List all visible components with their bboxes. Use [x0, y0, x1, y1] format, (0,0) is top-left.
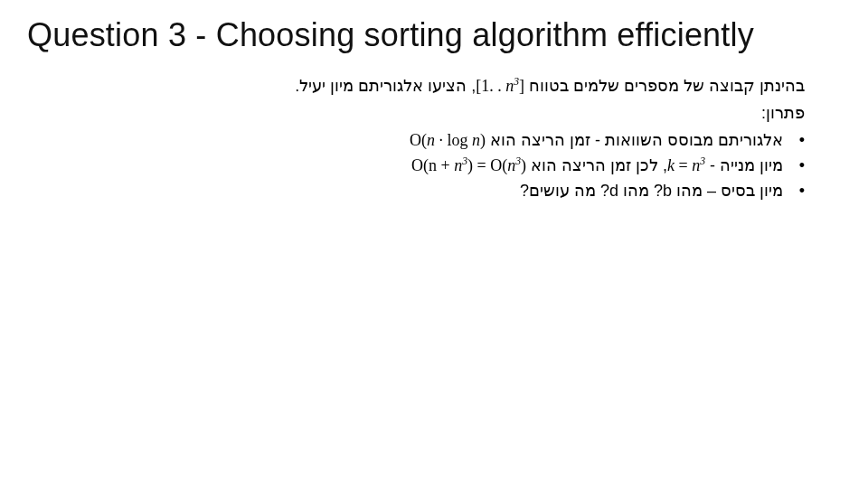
var-n3: n [454, 156, 462, 174]
var-n2: n [692, 156, 700, 174]
bullet-counting-sort: מיון מנייה - k = n3, לכן זמן הריצה הוא O… [63, 154, 805, 179]
problem-post: , הציעו אלגוריתם מיון יעיל. [295, 77, 476, 95]
problem-statement: בהינתן קבוצה של מספרים שלמים בטווח [1. .… [63, 74, 805, 99]
slide-title: Question 3 - Choosing sorting algorithm … [27, 16, 841, 54]
solution-list: אלגוריתם מבוסס השוואות - זמן הריצה הוא O… [63, 128, 805, 204]
eq-sign: = [675, 156, 692, 174]
var-k: k [667, 156, 675, 174]
solution-label: פתרון: [63, 101, 805, 127]
range-math: [1. . n3] [476, 77, 524, 95]
bullet2-k-eq: k = n3 [667, 156, 705, 174]
bullet3-text: מיון בסיס – מהו b? מהו d? מה עושים? [520, 182, 783, 200]
bracket-open: [1. . [476, 77, 505, 95]
bigO2-open: O(n + [411, 156, 454, 174]
problem-pre: בהינתן קבוצה של מספרים שלמים בטווח [524, 77, 805, 95]
bullet-comparison-sort: אלגוריתם מבוסס השוואות - זמן הריצה הוא O… [63, 128, 805, 154]
var-n4: n [507, 156, 515, 174]
bigO2-mid: ) = O( [467, 156, 507, 174]
bullet1-text: אלגוריתם מבוסס השוואות - זמן הריצה הוא [486, 131, 783, 149]
bullet2-pre: מיון מנייה - [705, 156, 783, 174]
var-n: n [505, 77, 514, 95]
bullet2-mid: , לכן זמן הריצה הוא [526, 156, 667, 174]
bullet1-math: O(n · log n) [410, 131, 486, 149]
dot: · log [435, 131, 472, 149]
bullet-radix-sort: מיון בסיס – מהו b? מהו d? מה עושים? [63, 179, 805, 204]
bullet2-runtime: O(n + n3) = O(n3) [411, 156, 526, 174]
bigO-open: O( [410, 131, 427, 149]
slide-body: בהינתן קבוצה של מספרים שלמים בטווח [1. .… [27, 74, 841, 203]
slide: Question 3 - Choosing sorting algorithm … [0, 0, 868, 488]
